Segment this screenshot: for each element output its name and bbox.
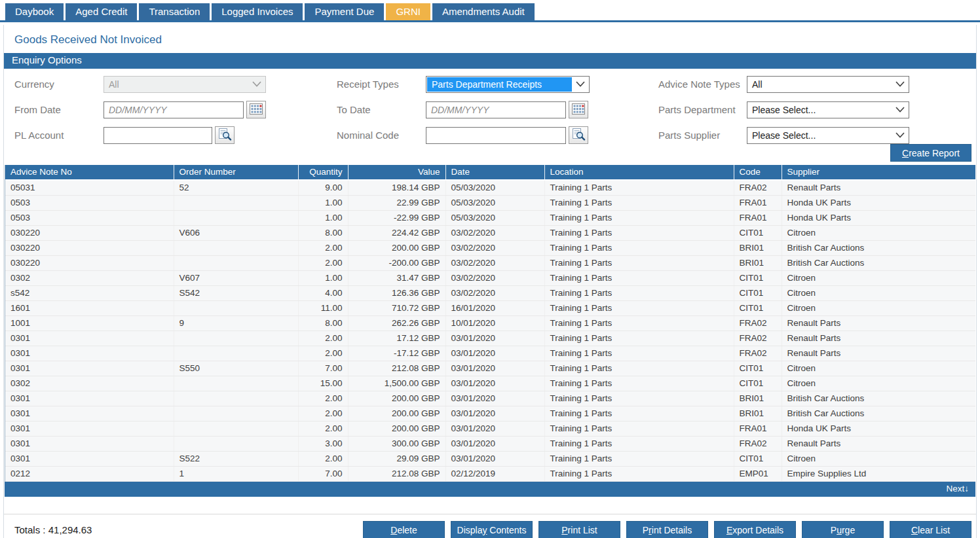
cell-supplier: Citroen — [782, 452, 975, 467]
nominal-code-lookup-button[interactable] — [569, 126, 588, 144]
cell-order-number: S542 — [174, 286, 298, 301]
cell-value: 1,500.00 GBP — [348, 376, 445, 391]
column-header-supplier[interactable]: Supplier — [782, 165, 975, 180]
table-row[interactable]: 160111.00710.72 GBP16/01/2020Training 1 … — [5, 301, 975, 316]
table-row[interactable]: 05031529.00198.14 GBP05/03/2020Training … — [5, 180, 975, 196]
table-row[interactable]: 030220V6068.00224.42 GBP03/02/2020Traini… — [5, 226, 975, 241]
tab-aged-credit[interactable]: Aged Credit — [66, 3, 137, 20]
tab-transaction[interactable]: Transaction — [139, 3, 210, 20]
cell-location: Training 1 Parts — [544, 437, 734, 452]
cell-advice-note-no: 030220 — [5, 256, 174, 271]
cell-date: 03/02/2020 — [445, 226, 544, 241]
nominal-code-input[interactable] — [426, 127, 566, 144]
table-row[interactable]: 03013.00300.00 GBP03/01/2020Training 1 P… — [5, 437, 975, 452]
from-date-input[interactable] — [104, 101, 244, 118]
cell-supplier: Renault Parts — [782, 437, 975, 452]
tab-grni[interactable]: GRNI — [386, 3, 430, 20]
export-details-button[interactable]: Export Details — [714, 521, 796, 538]
table-row[interactable]: 03012.0017.12 GBP03/01/2020Training 1 Pa… — [5, 331, 975, 346]
parts-supplier-select[interactable]: Please Select... — [747, 127, 909, 144]
cell-location: Training 1 Parts — [544, 361, 734, 376]
cell-date: 03/01/2020 — [445, 452, 544, 467]
column-header-code[interactable]: Code — [734, 165, 782, 180]
cell-value: 17.12 GBP — [348, 331, 445, 346]
cell-date: 03/02/2020 — [445, 286, 544, 301]
cell-date: 05/03/2020 — [445, 180, 544, 196]
calendar-icon — [572, 103, 585, 117]
table-row[interactable]: 021217.00212.08 GBP02/12/2019Training 1 … — [5, 467, 975, 482]
cell-code: FRA02 — [734, 180, 782, 196]
cell-code: BRI01 — [734, 406, 782, 421]
table-row[interactable]: 0302202.00200.00 GBP03/02/2020Training 1… — [5, 241, 975, 256]
table-row[interactable]: s542S5424.00126.36 GBP03/02/2020Training… — [5, 286, 975, 301]
table-row[interactable]: 03012.00-17.12 GBP03/01/2020Training 1 P… — [5, 346, 975, 361]
cell-order-number — [174, 331, 298, 346]
advice-note-types-select[interactable]: All — [747, 76, 909, 93]
cell-quantity: 1.00 — [298, 196, 348, 211]
column-header-value[interactable]: Value — [348, 165, 445, 180]
from-date-calendar-button[interactable] — [246, 101, 266, 118]
next-button[interactable]: Next↓ — [946, 484, 969, 493]
table-row[interactable]: 0301S5222.0029.09 GBP03/01/2020Training … — [5, 452, 975, 467]
currency-value: All — [104, 77, 248, 92]
table-row[interactable]: 030215.001,500.00 GBP03/01/2020Training … — [5, 376, 975, 391]
cell-supplier: Citroen — [782, 286, 975, 301]
tab-daybook[interactable]: Daybook — [5, 3, 64, 20]
cell-supplier: Honda UK Parts — [782, 421, 975, 437]
table-row[interactable]: 0301S5507.00212.08 GBP03/01/2020Training… — [5, 361, 975, 376]
receipt-types-select[interactable]: Parts Department Receipts — [426, 76, 590, 93]
tab-amendments-audit[interactable]: Amendments Audit — [432, 3, 535, 20]
cell-order-number — [174, 437, 298, 452]
pl-account-input[interactable] — [104, 127, 212, 144]
to-date-input[interactable] — [426, 101, 566, 118]
advice-note-types-value: All — [747, 77, 892, 92]
column-header-location[interactable]: Location — [544, 165, 734, 180]
table-row[interactable]: 100198.00262.26 GBP10/01/2020Training 1 … — [5, 316, 975, 331]
from-date-label: From Date — [14, 104, 104, 115]
cell-location: Training 1 Parts — [544, 286, 734, 301]
cell-quantity: 1.00 — [298, 211, 348, 226]
table-row[interactable]: 05031.00-22.99 GBP05/03/2020Training 1 P… — [5, 211, 975, 226]
pager-bar: Next↓ — [5, 482, 975, 497]
cell-code: FRA01 — [734, 211, 782, 226]
print-details-button[interactable]: Print Details — [626, 521, 708, 538]
delete-button[interactable]: Delete — [363, 521, 445, 538]
cell-advice-note-no: 05031 — [5, 180, 174, 196]
column-header-quantity[interactable]: Quantity — [298, 165, 348, 180]
cell-date: 03/01/2020 — [445, 376, 544, 391]
cell-location: Training 1 Parts — [544, 331, 734, 346]
purge-button[interactable]: Purge — [802, 521, 884, 538]
tab-bar: DaybookAged CreditTransactionLogged Invo… — [0, 0, 980, 22]
display-contents-button[interactable]: Display Contents — [451, 521, 533, 538]
cell-value: 200.00 GBP — [348, 406, 445, 421]
cell-code: CIT01 — [734, 452, 782, 467]
results-table: Advice Note NoOrder NumberQuantityValueD… — [5, 165, 975, 482]
cell-order-number — [174, 211, 298, 226]
table-row[interactable]: 0302202.00-200.00 GBP03/02/2020Training … — [5, 256, 975, 271]
parts-department-value: Please Select... — [747, 102, 892, 118]
tab-payment-due[interactable]: Payment Due — [305, 3, 384, 20]
table-row[interactable]: 03012.00200.00 GBP03/01/2020Training 1 P… — [5, 391, 975, 406]
cell-supplier: British Car Auctions — [782, 406, 975, 421]
create-report-button[interactable]: Create Report — [890, 144, 971, 162]
column-header-date[interactable]: Date — [445, 165, 544, 180]
cell-date: 03/01/2020 — [445, 421, 544, 437]
table-row[interactable]: 05031.0022.99 GBP05/03/2020Training 1 Pa… — [5, 196, 975, 211]
cell-quantity: 2.00 — [298, 452, 348, 467]
table-row[interactable]: 0302V6071.0031.47 GBP03/02/2020Training … — [5, 271, 975, 286]
to-date-calendar-button[interactable] — [569, 101, 588, 118]
table-row[interactable]: 03012.00200.00 GBP03/01/2020Training 1 P… — [5, 406, 975, 421]
cell-advice-note-no: 1001 — [5, 316, 174, 331]
parts-department-select[interactable]: Please Select... — [747, 101, 909, 118]
grni-panel: Goods Received Not Invoiced Enquiry Opti… — [3, 25, 977, 538]
column-header-advice-note-no[interactable]: Advice Note No — [5, 165, 174, 180]
tab-logged-invoices[interactable]: Logged Invoices — [212, 3, 303, 20]
clear-list-button[interactable]: Clear List — [890, 521, 971, 538]
print-list-button[interactable]: Print List — [538, 521, 620, 538]
column-header-order-number[interactable]: Order Number — [174, 165, 298, 180]
cell-value: 198.14 GBP — [348, 180, 445, 196]
table-row[interactable]: 03012.00200.00 GBP03/01/2020Training 1 P… — [5, 421, 975, 437]
cell-date: 03/01/2020 — [445, 391, 544, 406]
cell-date: 03/02/2020 — [445, 241, 544, 256]
pl-account-lookup-button[interactable] — [215, 126, 235, 144]
